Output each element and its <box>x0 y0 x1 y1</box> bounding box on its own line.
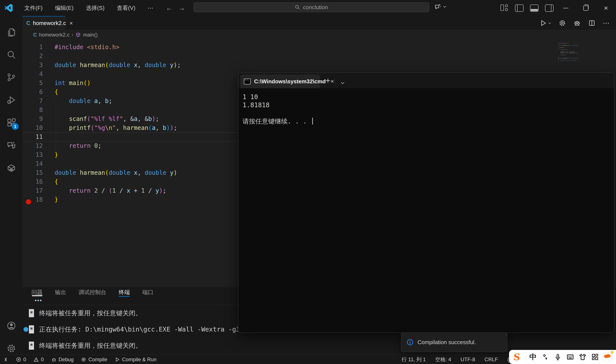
breadcrumb-symbol[interactable]: main() <box>83 32 97 38</box>
run-c-file-button[interactable] <box>539 19 551 27</box>
sogou-soft-keyboard[interactable] <box>564 350 576 364</box>
breadcrumb-file[interactable]: homework2.c <box>39 32 69 38</box>
chat-icon <box>6 140 16 150</box>
menu-file[interactable]: 文件(F) <box>20 2 47 13</box>
restore-button[interactable] <box>576 0 596 16</box>
line-number[interactable]: 10 <box>22 123 43 132</box>
code-token: ( <box>87 115 91 122</box>
cmd-terminal-output[interactable]: 1 101.81818 请按任意键继续. . . <box>238 88 614 125</box>
code-token: , <box>116 124 120 131</box>
line-number[interactable]: 18 <box>22 195 43 204</box>
code-token <box>141 115 145 122</box>
sogou-ai-assistant[interactable] <box>601 350 614 364</box>
status-compile-run[interactable]: Compile & Run <box>114 357 156 363</box>
sogou-sogou-logo[interactable]: S <box>512 350 525 364</box>
toggle-primary-sidebar-button[interactable] <box>515 4 524 12</box>
status-0[interactable]: 0 <box>33 357 44 363</box>
status-right-item-3[interactable]: CRLF <box>484 357 498 363</box>
status-remote[interactable] <box>3 357 9 362</box>
nav-forward-button[interactable]: → <box>178 4 185 12</box>
line-number[interactable]: 1 <box>22 43 43 52</box>
cmd-tab[interactable]: C:\_ C:\Windows\system32\cmd × <box>240 75 320 88</box>
line-number[interactable]: 17 <box>22 186 43 195</box>
sidebar-item-extensions[interactable]: 1 <box>0 112 22 133</box>
line-number[interactable]: 5 <box>22 78 43 88</box>
cmd-window[interactable]: C:\_ C:\Windows\system32\cmd × + 1 101.8… <box>238 73 614 333</box>
cmd-tab-title: C:\Windows\system32\cmd <box>254 78 326 85</box>
sidebar-item-accounts[interactable] <box>0 315 22 337</box>
line-number[interactable]: 9 <box>22 115 43 123</box>
code-text: #include <stdio.h> <box>43 43 119 52</box>
menu-view[interactable]: 查看(V) <box>112 2 140 13</box>
sidebar-item-remote-container[interactable] <box>0 157 22 179</box>
settings-gear-icon[interactable] <box>559 19 566 27</box>
menu-overflow-icon[interactable]: ⋯ <box>143 4 158 12</box>
line-number[interactable]: 7 <box>22 97 43 105</box>
accounts-icon <box>6 321 16 331</box>
status-right-item-4[interactable]: { <box>507 357 509 363</box>
command-center-search[interactable]: conclution <box>193 2 429 12</box>
close-button[interactable]: × <box>596 0 616 16</box>
code-token: } <box>55 151 58 158</box>
tab-homework2[interactable]: C homework2.c × <box>22 16 65 30</box>
line-number[interactable]: 13 <box>22 150 43 159</box>
cmd-dropdown-icon[interactable] <box>340 80 345 85</box>
tab-close-icon[interactable]: × <box>69 20 73 27</box>
sogou-toolbox[interactable] <box>589 350 601 364</box>
panel-tab-端口[interactable]: 端口 <box>142 287 153 297</box>
line-number[interactable]: 3 <box>22 61 43 70</box>
search-value: conclution <box>303 4 328 11</box>
cmd-tab-close-icon[interactable]: × <box>330 78 334 85</box>
sidebar-item-source-control[interactable] <box>0 67 22 88</box>
sogou-skin[interactable] <box>576 350 589 364</box>
sogou-punctuation[interactable] <box>539 350 552 364</box>
menu-edit[interactable]: 编辑(E) <box>50 2 78 13</box>
minimap[interactable]: #include <stdio.h> double harmean(double… <box>558 43 580 62</box>
line-number[interactable]: 14 <box>22 159 43 168</box>
line-number[interactable]: 11 <box>22 132 43 142</box>
status-debug[interactable]: Debug <box>51 357 74 363</box>
code-token: ; <box>177 62 181 69</box>
panel-tab-调试控制台[interactable]: 调试控制台 <box>79 287 106 297</box>
sidebar-item-chat[interactable] <box>0 135 22 156</box>
info-icon <box>406 338 414 346</box>
panel-tab-输出[interactable]: 输出 <box>55 287 66 297</box>
status-right-item-0[interactable]: 行 11, 列 1 <box>402 356 426 363</box>
panel-overflow-icon[interactable] <box>35 300 41 301</box>
status-right-item-1[interactable]: 空格: 4 <box>435 356 451 363</box>
line-number[interactable]: 6 <box>22 88 43 97</box>
split-editor-icon[interactable] <box>588 19 595 27</box>
more-actions-icon[interactable]: ⋯ <box>603 19 610 27</box>
sogou-lang-mode[interactable]: 中 <box>527 350 539 364</box>
sogou-voice-input[interactable] <box>552 350 564 364</box>
panel-tab-终端[interactable]: 终端 <box>119 287 130 297</box>
toggle-secondary-sidebar-button[interactable] <box>545 4 554 12</box>
debug-icon[interactable] <box>573 19 581 27</box>
line-number[interactable]: 16 <box>22 177 43 186</box>
bug-icon <box>51 357 57 362</box>
code-token: printf <box>69 124 91 131</box>
toggle-panel-button[interactable] <box>530 4 539 12</box>
status-compile[interactable]: Compile <box>81 357 107 363</box>
sidebar-item-run-debug[interactable] <box>0 89 22 111</box>
breakpoint-dot[interactable] <box>26 199 31 204</box>
line-number[interactable]: 15 <box>22 168 43 177</box>
status-right-item-2[interactable]: UTF-8 <box>461 357 475 363</box>
line-number[interactable]: 12 <box>22 142 43 150</box>
line-number[interactable]: 4 <box>22 70 43 78</box>
copilot-button[interactable] <box>434 3 447 10</box>
line-number[interactable]: 2 <box>22 52 43 61</box>
code-token: double <box>69 97 91 104</box>
code-token: " <box>91 115 94 122</box>
menu-selection[interactable]: 选择(S) <box>81 2 109 13</box>
status-0[interactable]: 0 <box>16 357 26 363</box>
sidebar-item-search[interactable] <box>0 44 22 65</box>
customize-layout-button[interactable] <box>501 4 509 12</box>
notification-toast[interactable]: Compilation successful. <box>401 332 507 352</box>
minimize-button[interactable] <box>556 0 576 16</box>
sidebar-item-explorer[interactable] <box>0 21 22 43</box>
code-token: { <box>55 178 58 185</box>
nav-back-button[interactable]: ← <box>166 4 173 12</box>
line-number[interactable]: 8 <box>22 105 43 115</box>
cmd-new-tab-button[interactable]: + <box>326 76 330 85</box>
